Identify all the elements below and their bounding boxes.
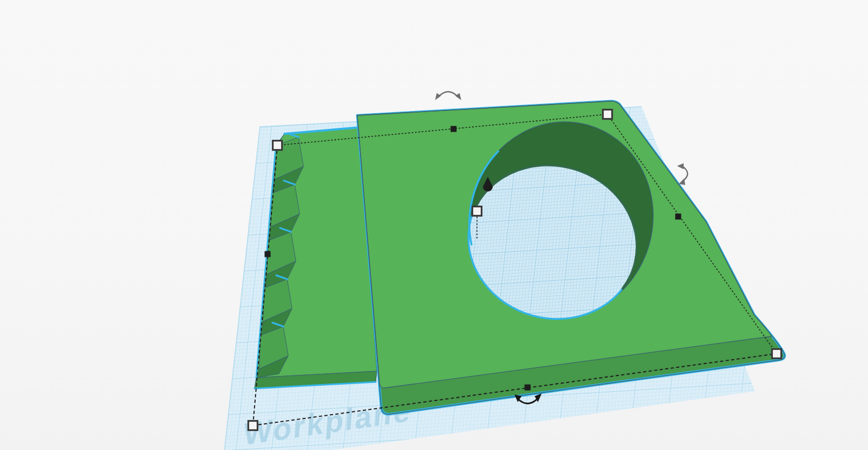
rotate-arrow-right-head-1 bbox=[679, 178, 685, 185]
edge-handle-top[interactable] bbox=[451, 126, 457, 132]
rotate-arrow-top-head-1 bbox=[455, 93, 461, 100]
rotate-arrow-top-arc bbox=[438, 92, 458, 98]
rotate-arrow-right[interactable] bbox=[677, 163, 687, 185]
3d-viewport[interactable]: Workplane bbox=[0, 0, 868, 450]
scene-canvas: Workplane bbox=[0, 0, 868, 450]
edge-handle-left[interactable] bbox=[265, 251, 271, 257]
scale-handle-bottom-left[interactable] bbox=[249, 421, 258, 430]
rotate-arrow-right-head-0 bbox=[677, 163, 684, 169]
scale-handle-mid[interactable] bbox=[473, 207, 482, 216]
edge-handle-bottom[interactable] bbox=[525, 385, 531, 391]
scale-handle-bottom-right[interactable] bbox=[772, 349, 782, 359]
rotate-arrow-top[interactable] bbox=[435, 92, 461, 101]
scale-handle-top-right[interactable] bbox=[603, 110, 612, 119]
rotate-arrow-top-head-0 bbox=[435, 93, 441, 100]
edge-handle-right[interactable] bbox=[675, 214, 681, 220]
plate-with-oval-hole[interactable] bbox=[357, 100, 785, 415]
scale-handle-top-left[interactable] bbox=[273, 141, 282, 150]
